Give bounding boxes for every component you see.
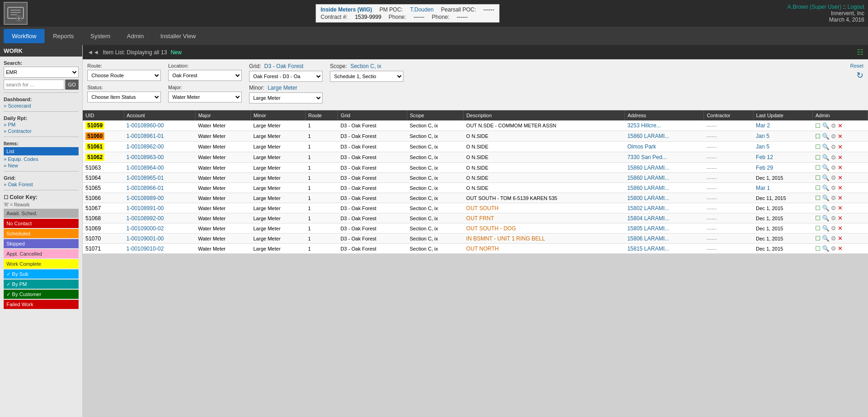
nav-admin[interactable]: Admin xyxy=(119,29,152,43)
admin-search-icon[interactable]: 🔍 xyxy=(822,194,829,201)
admin-view-icon[interactable]: ☐ xyxy=(815,205,821,211)
admin-gear-icon[interactable]: ⚙ xyxy=(831,194,836,201)
admin-delete-icon[interactable]: ✕ xyxy=(838,174,843,181)
admin-delete-icon[interactable]: ✕ xyxy=(838,154,843,161)
admin-gear-icon[interactable]: ⚙ xyxy=(831,154,836,161)
admin-view-icon[interactable]: ☐ xyxy=(815,143,821,150)
admin-gear-icon[interactable]: ⚙ xyxy=(831,174,836,181)
admin-gear-icon[interactable]: ⚙ xyxy=(831,164,836,171)
description-cell: OUT N.SDE - COMMOM METER ASSN xyxy=(464,120,625,131)
go-button[interactable]: GO xyxy=(65,80,79,90)
equip-codes-link[interactable]: Equip. Codes xyxy=(4,156,79,162)
admin-gear-icon[interactable]: ⚙ xyxy=(831,205,836,211)
new-item-header-link[interactable]: New xyxy=(170,49,182,56)
company-name[interactable]: Inside Meters (WIG) xyxy=(321,6,372,13)
admin-view-icon[interactable]: ☐ xyxy=(815,133,821,140)
admin-gear-icon[interactable]: ⚙ xyxy=(831,235,836,242)
admin-delete-icon[interactable]: ✕ xyxy=(838,215,843,222)
admin-gear-icon[interactable]: ⚙ xyxy=(831,133,836,140)
admin-search-icon[interactable]: 🔍 xyxy=(822,133,829,140)
admin-view-icon[interactable]: ☐ xyxy=(815,154,821,161)
location-select[interactable]: Oak Forest xyxy=(168,70,242,81)
minor-link[interactable]: Large Meter xyxy=(267,85,297,91)
logout-link[interactable]: Logout xyxy=(847,4,864,10)
nav-workflow[interactable]: Workflow xyxy=(4,29,45,43)
pm-poc-value[interactable]: T.Douden xyxy=(410,6,433,13)
list-link[interactable]: List xyxy=(4,147,79,155)
major-cell: Water Meter xyxy=(195,193,250,203)
admin-search-icon[interactable]: 🔍 xyxy=(822,143,829,150)
admin-delete-icon[interactable]: ✕ xyxy=(838,143,843,150)
admin-delete-icon[interactable]: ✕ xyxy=(838,194,843,201)
admin-search-icon[interactable]: 🔍 xyxy=(822,235,829,242)
admin-view-icon[interactable]: ☐ xyxy=(815,245,821,252)
description-cell: OUT SOUTH - TOM 6-5139 KAREN 535 xyxy=(464,193,625,203)
admin-gear-icon[interactable]: ⚙ xyxy=(831,122,836,129)
minor-select[interactable]: Large Meter xyxy=(249,92,323,103)
major-select[interactable]: Water Meter xyxy=(168,91,242,103)
admin-gear-icon[interactable]: ⚙ xyxy=(831,143,836,150)
admin-search-icon[interactable]: 🔍 xyxy=(822,122,829,129)
scorecard-link[interactable]: Scorecard xyxy=(4,103,79,109)
admin-view-icon[interactable]: ☐ xyxy=(815,164,821,171)
admin-delete-icon[interactable]: ✕ xyxy=(838,205,843,211)
phone2-value: ------ xyxy=(457,14,468,20)
contractor-cell: ------ xyxy=(704,213,753,223)
nav-reports[interactable]: Reports xyxy=(45,29,82,43)
status-select[interactable]: Choose Item Status xyxy=(87,91,161,103)
refresh-icon[interactable]: ↻ xyxy=(857,70,863,80)
table-header-row: UID Account Major Minor Route Grid Scope… xyxy=(83,110,868,120)
admin-search-icon[interactable]: 🔍 xyxy=(822,205,829,211)
nav-installer-view[interactable]: Installer View xyxy=(152,29,204,43)
contractor-link[interactable]: Contractor xyxy=(4,128,79,134)
route-cell: 1 xyxy=(305,193,338,203)
table-row: 510591-00108960-00Water MeterLarge Meter… xyxy=(83,120,868,131)
admin-search-icon[interactable]: 🔍 xyxy=(822,184,829,191)
admin-delete-icon[interactable]: ✕ xyxy=(838,225,843,232)
grid-link[interactable]: D3 - Oak Forest xyxy=(264,63,303,69)
admin-view-icon[interactable]: ☐ xyxy=(815,225,821,232)
admin-search-icon[interactable]: 🔍 xyxy=(822,225,829,232)
admin-view-icon[interactable]: ☐ xyxy=(815,174,821,181)
excel-export-icon[interactable]: ☷ xyxy=(857,48,863,57)
grid-select[interactable]: Oak Forest - D3 - Oa xyxy=(249,71,323,82)
nav-system[interactable]: System xyxy=(82,29,119,43)
admin-search-icon[interactable]: 🔍 xyxy=(822,154,829,161)
admin-search-icon[interactable]: 🔍 xyxy=(822,164,829,171)
scope-link[interactable]: Section C, ix xyxy=(350,63,381,69)
admin-delete-icon[interactable]: ✕ xyxy=(838,184,843,191)
status-filter-group: Status: Choose Item Status xyxy=(87,85,161,103)
user-name[interactable]: A.Brown (Super User) xyxy=(788,4,841,10)
admin-delete-icon[interactable]: ✕ xyxy=(838,164,843,171)
admin-delete-icon[interactable]: ✕ xyxy=(838,235,843,242)
color-by-customer: ✓ By Customer xyxy=(4,290,79,299)
pm-link[interactable]: PM xyxy=(4,122,79,127)
admin-delete-icon[interactable]: ✕ xyxy=(838,245,843,252)
admin-search-icon[interactable]: 🔍 xyxy=(822,215,829,222)
search-type-select[interactable]: EMR xyxy=(4,67,79,78)
route-select[interactable]: Choose Route xyxy=(87,70,161,81)
admin-view-icon[interactable]: ☐ xyxy=(815,122,821,129)
admin-delete-icon[interactable]: ✕ xyxy=(838,122,843,129)
col-uid: UID xyxy=(83,110,124,120)
admin-view-icon[interactable]: ☐ xyxy=(815,184,821,191)
admin-gear-icon[interactable]: ⚙ xyxy=(831,184,836,191)
admin-delete-icon[interactable]: ✕ xyxy=(838,133,843,140)
reset-button[interactable]: Reset xyxy=(850,63,863,69)
admin-search-icon[interactable]: 🔍 xyxy=(822,174,829,181)
search-input[interactable] xyxy=(4,80,64,90)
oak-forest-link[interactable]: Oak Forest xyxy=(4,182,79,187)
uid-cell: 51062 xyxy=(83,152,124,163)
major-cell: Water Meter xyxy=(195,213,250,223)
admin-search-icon[interactable]: 🔍 xyxy=(822,245,829,252)
table-row: 510701-00109001-00Water MeterLarge Meter… xyxy=(83,234,868,244)
scope-select[interactable]: Schedule 1, Sectio xyxy=(330,71,403,82)
admin-gear-icon[interactable]: ⚙ xyxy=(831,215,836,222)
admin-gear-icon[interactable]: ⚙ xyxy=(831,245,836,252)
admin-gear-icon[interactable]: ⚙ xyxy=(831,225,836,232)
new-item-link[interactable]: New xyxy=(4,163,79,168)
back-arrow[interactable]: ◄◄ xyxy=(87,49,99,56)
admin-view-icon[interactable]: ☐ xyxy=(815,215,821,222)
admin-view-icon[interactable]: ☐ xyxy=(815,194,821,201)
admin-view-icon[interactable]: ☐ xyxy=(815,235,821,242)
